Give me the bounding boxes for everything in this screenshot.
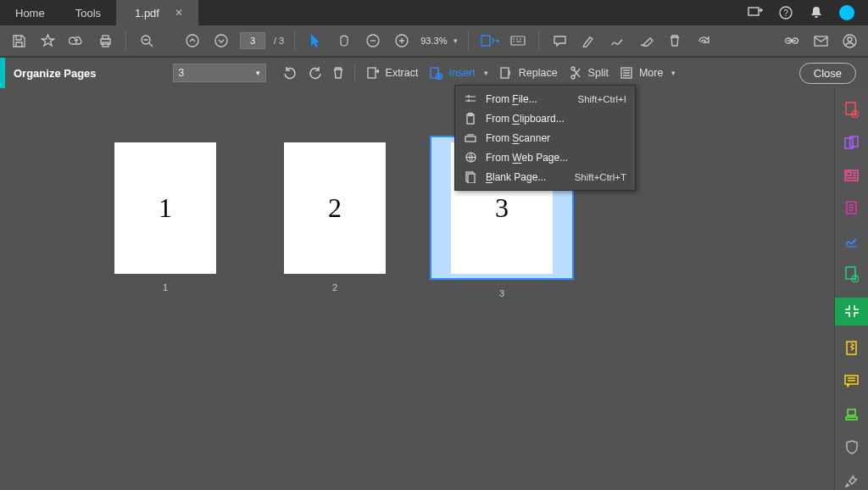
from-web-icon	[464, 151, 477, 164]
svg-rect-18	[368, 68, 376, 78]
rail-more-tools-icon[interactable]	[842, 471, 862, 490]
svg-rect-36	[848, 409, 855, 415]
svg-point-17	[848, 37, 852, 42]
rail-sign-icon[interactable]	[842, 232, 862, 252]
more-icon	[619, 65, 634, 81]
rotate-ccw-icon[interactable]	[283, 66, 298, 81]
tab-close-icon[interactable]: ✕	[175, 7, 183, 19]
more-button[interactable]: More	[619, 65, 676, 81]
page-down-icon[interactable]	[211, 31, 231, 51]
rail-share-icon[interactable]	[842, 264, 862, 284]
extract-button[interactable]: Extract	[365, 65, 419, 81]
from-scanner-icon	[464, 131, 477, 145]
rail-stamp-icon[interactable]	[842, 404, 862, 424]
tab-strip: Home Tools 1.pdf ✕ ?	[0, 0, 868, 25]
link-icon[interactable]	[782, 31, 802, 51]
svg-rect-12	[511, 36, 525, 45]
organize-bar: Organize Pages 3▾ Extract Insert Replace…	[0, 58, 868, 88]
rotate-cw-icon[interactable]	[308, 66, 322, 81]
svg-rect-42	[468, 174, 475, 183]
screen-share-icon[interactable]	[746, 3, 765, 22]
rail-comment-tool-icon[interactable]	[842, 372, 862, 392]
thumb-1[interactable]: 1 1	[114, 142, 216, 298]
highlight-icon[interactable]	[578, 31, 598, 51]
menu-from-scanner[interactable]: From Scanner	[455, 128, 635, 148]
zoom-plus-icon[interactable]	[392, 31, 412, 51]
redo-icon[interactable]	[693, 31, 714, 51]
comment-icon[interactable]	[549, 31, 570, 51]
page-up-icon[interactable]	[182, 31, 203, 51]
hand-tool-icon[interactable]	[334, 31, 354, 51]
rail-export-icon[interactable]	[842, 199, 862, 219]
replace-icon	[498, 65, 514, 81]
select-tool-icon[interactable]	[305, 31, 326, 51]
insert-dropdown-menu: From File... Shift+Ctrl+I From Clipboard…	[454, 85, 636, 191]
zoom-out-icon[interactable]	[136, 31, 157, 51]
svg-text:?: ?	[783, 8, 788, 18]
insert-icon	[428, 65, 443, 81]
rail-protect-icon[interactable]	[842, 437, 862, 457]
from-clipboard-icon	[464, 112, 477, 125]
svg-rect-21	[501, 68, 509, 78]
draw-icon[interactable]	[607, 31, 627, 51]
extract-icon	[365, 65, 381, 81]
profile-icon[interactable]	[839, 31, 860, 51]
split-button[interactable]: Split	[568, 65, 609, 81]
split-icon	[568, 65, 583, 81]
svg-point-7	[186, 35, 198, 47]
menu-from-clipboard[interactable]: From Clipboard...	[455, 109, 635, 128]
tab-tools[interactable]: Tools	[60, 0, 116, 25]
replace-button[interactable]: Replace	[498, 65, 558, 81]
top-right-tray: ?	[734, 0, 868, 25]
trash-icon[interactable]	[665, 31, 685, 51]
rail-combine-icon[interactable]	[842, 133, 862, 153]
star-icon[interactable]	[37, 31, 58, 51]
organize-title: Organize Pages	[5, 67, 97, 80]
help-icon[interactable]: ?	[776, 3, 795, 22]
rail-edit-icon[interactable]	[842, 166, 862, 186]
rail-compress-icon[interactable]	[842, 339, 862, 359]
save-icon[interactable]	[8, 31, 29, 51]
close-button[interactable]: Close	[799, 63, 856, 84]
thumb-2-page: 2	[284, 142, 386, 274]
zoom-minus-icon[interactable]	[363, 31, 383, 51]
thumb-3-label: 3	[499, 288, 504, 298]
main-toolbar: / 3 93.3% ▾	[0, 25, 868, 58]
page-canvas: 1 1 2 2 3 3	[0, 88, 834, 490]
user-avatar[interactable]	[837, 3, 856, 22]
fit-width-icon[interactable]: ▾	[479, 31, 499, 51]
svg-rect-19	[431, 68, 438, 78]
rail-organize-active-icon[interactable]	[835, 298, 869, 325]
tab-file-label: 1.pdf	[135, 7, 159, 19]
keyboard-icon[interactable]	[508, 31, 528, 51]
zoom-level-dropdown[interactable]: 93.3%	[420, 36, 458, 46]
svg-point-8	[215, 35, 227, 47]
svg-rect-25	[846, 103, 855, 114]
svg-rect-0	[748, 8, 759, 15]
thumb-1-page: 1	[114, 142, 216, 274]
svg-rect-11	[481, 36, 490, 46]
menu-from-web[interactable]: From Web Page...	[455, 148, 635, 167]
blank-page-icon	[464, 170, 477, 184]
rail-create-pdf-icon[interactable]	[842, 100, 862, 120]
thumb-2[interactable]: 2 2	[284, 142, 386, 298]
mail-icon[interactable]	[810, 31, 831, 51]
from-file-icon	[464, 92, 477, 106]
eraser-icon[interactable]	[636, 31, 656, 51]
insert-button[interactable]: Insert	[428, 65, 487, 81]
tab-file-active[interactable]: 1.pdf ✕	[116, 0, 198, 25]
delete-page-icon[interactable]	[332, 66, 344, 80]
svg-rect-30	[847, 172, 851, 175]
page-number-input[interactable]	[240, 32, 265, 49]
right-tools-rail	[834, 88, 868, 490]
thumb-1-label: 1	[163, 282, 168, 292]
menu-from-file[interactable]: From File... Shift+Ctrl+I	[455, 89, 635, 109]
thumb-2-label: 2	[332, 282, 337, 292]
tab-home[interactable]: Home	[0, 0, 60, 25]
menu-blank-page[interactable]: Blank Page... Shift+Ctrl+T	[455, 167, 635, 187]
page-total-label: / 3	[274, 36, 284, 46]
cloud-upload-icon[interactable]	[66, 31, 86, 51]
bell-icon[interactable]	[807, 3, 826, 22]
print-icon[interactable]	[95, 31, 115, 51]
page-range-dropdown[interactable]: 3▾	[173, 64, 266, 82]
